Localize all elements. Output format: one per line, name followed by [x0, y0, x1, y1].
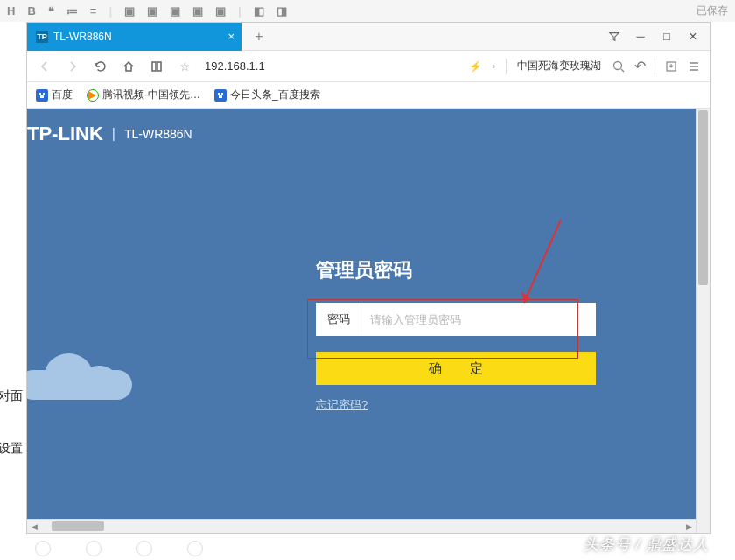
tool2-icon: ◨	[276, 4, 287, 18]
cropped-text-2: 设置	[0, 441, 23, 457]
login-form: 管理员密码 密码 确 定 忘记密码?	[316, 257, 596, 413]
news-headline[interactable]: 中国死海变玫瑰湖	[517, 59, 601, 74]
divider	[506, 59, 507, 74]
new-tab-button[interactable]: +	[248, 26, 270, 47]
filter-icon[interactable]	[605, 27, 624, 46]
img4-icon: ▣	[192, 4, 203, 18]
cropped-text-1: 对面	[0, 388, 23, 404]
scrollbar-thumb[interactable]	[698, 110, 708, 285]
watermark: 头条号 / 鼎盛达人	[584, 535, 709, 555]
editor-toolbar: H B ❝ ≔ ≡ | ▣ ▣ ▣ ▣ ▣ | ◧ ◨ 已保存	[0, 0, 735, 22]
ul-icon: ≡	[90, 4, 97, 18]
maximize-icon[interactable]: □	[657, 27, 676, 46]
divider	[654, 59, 655, 74]
url-text[interactable]: 192.168.1.1	[205, 60, 265, 73]
img3-icon: ▣	[170, 4, 180, 18]
tab-bar: TP TL-WR886N × + ─ □ ×	[27, 23, 710, 51]
scroll-right-icon[interactable]: ▶	[682, 520, 696, 533]
bookmark-toutiao[interactable]: 今日头条_百度搜索	[214, 88, 320, 102]
bookmark-tencent[interactable]: 腾讯视频-中国领先…	[87, 88, 200, 102]
toolbar-divider: |	[108, 4, 112, 18]
bolt-icon[interactable]: ⚡	[469, 60, 482, 73]
download-icon[interactable]	[664, 60, 678, 74]
bookmark-bar: 百度 腾讯视频-中国领先… 今日头条_百度搜索	[27, 82, 710, 108]
confirm-button[interactable]: 确 定	[316, 352, 596, 385]
bold-icon: B	[27, 4, 35, 18]
password-label: 密码	[316, 303, 361, 336]
router-model: TL-WR886N	[124, 127, 192, 141]
svg-point-0	[614, 61, 622, 69]
toolbar-divider: |	[238, 4, 242, 18]
close-tab-icon[interactable]: ×	[228, 30, 234, 43]
scroll-left-icon[interactable]: ◀	[27, 520, 41, 533]
back-button[interactable]	[36, 58, 53, 75]
save-status: 已保存	[696, 4, 728, 18]
tab-title: TL-WR886N	[53, 31, 112, 43]
baidu-icon	[214, 89, 227, 102]
tencent-video-icon	[87, 89, 99, 102]
img5-icon: ▣	[215, 4, 226, 18]
forgot-password-link[interactable]: 忘记密码?	[316, 397, 368, 413]
bookmark-label: 今日头条_百度搜索	[230, 88, 320, 102]
brand-separator: |	[112, 126, 116, 142]
address-bar: ☆ 192.168.1.1 ⚡ › 中国死海变玫瑰湖 ↶	[27, 51, 710, 82]
tab-favicon: TP	[36, 31, 48, 43]
forward-button[interactable]	[64, 58, 81, 75]
scrollbar-thumb[interactable]	[52, 522, 104, 531]
bookmark-baidu[interactable]: 百度	[36, 88, 73, 102]
restore-icon[interactable]: ↶	[634, 58, 646, 74]
bookmark-star-icon[interactable]: ☆	[179, 60, 191, 74]
bookmark-label: 百度	[52, 88, 73, 102]
router-login-page: TP-LINK | TL-WR886N 管理员密码 密码 确 定 忘记密码? ◀…	[27, 108, 710, 533]
menu-icon[interactable]	[687, 60, 701, 74]
bookmark-label: 腾讯视频-中国领先…	[102, 88, 200, 102]
close-window-icon[interactable]: ×	[683, 27, 703, 46]
baidu-icon	[36, 89, 48, 102]
password-input[interactable]	[361, 303, 596, 336]
horizontal-scrollbar[interactable]: ◀ ▶	[27, 519, 696, 533]
heading-icon: H	[7, 4, 15, 18]
minimize-icon[interactable]: ─	[631, 27, 650, 46]
address-right-controls: ↶	[612, 58, 701, 74]
quote-icon: ❝	[48, 4, 54, 18]
img1-icon: ▣	[124, 4, 135, 18]
router-brand: TP-LINK | TL-WR886N	[27, 122, 192, 145]
search-icon[interactable]	[612, 60, 626, 74]
chevron-right-icon[interactable]: ›	[493, 61, 495, 71]
browser-window: TP TL-WR886N × + ─ □ × ☆ 192.168.1.1 ⚡ ›…	[26, 22, 710, 534]
browser-tab[interactable]: TP TL-WR886N ×	[27, 23, 242, 51]
tool1-icon: ◧	[254, 4, 264, 18]
vertical-scrollbar[interactable]	[696, 108, 710, 533]
home-button[interactable]	[120, 58, 137, 75]
cloud-decoration	[27, 352, 132, 400]
window-controls: ─ □ ×	[605, 27, 703, 46]
ol-icon: ≔	[66, 4, 78, 18]
tplink-logo: TP-LINK	[27, 122, 103, 145]
reader-icon[interactable]	[148, 58, 165, 75]
login-title: 管理员密码	[316, 257, 596, 284]
img2-icon: ▣	[147, 4, 158, 18]
refresh-button[interactable]	[92, 58, 109, 75]
password-row: 密码	[316, 303, 596, 336]
